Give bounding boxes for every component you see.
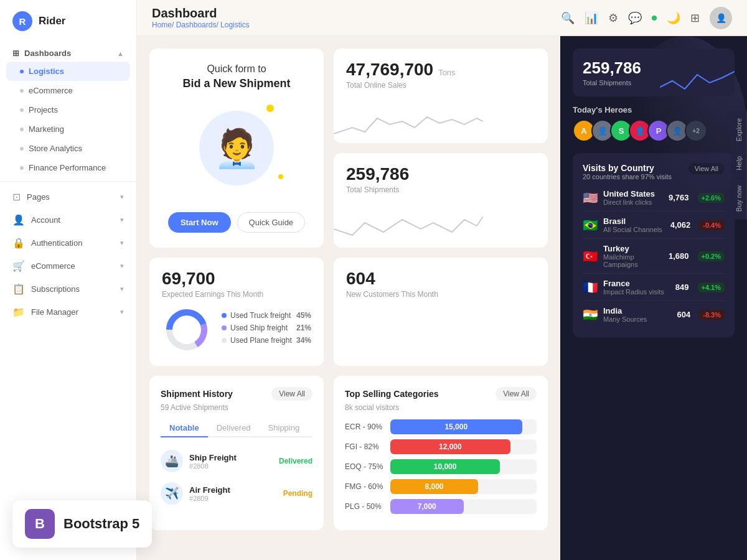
dashboards-icon: ⊞	[12, 49, 19, 58]
online-sales-chart	[334, 106, 483, 143]
illus-figure: 🧑‍💼	[214, 126, 260, 170]
sidebar-logo[interactable]: R Rider	[0, 0, 136, 42]
sidebar-item-authentication[interactable]: 🔒 Authentication ▾	[0, 231, 136, 254]
tab-delivered[interactable]: Delivered	[208, 419, 260, 437]
country-name: Turkey	[603, 244, 664, 253]
hero-avatar-more: +2	[685, 119, 707, 142]
sidebar-item-label: Finance Performance	[29, 163, 106, 172]
logo-icon: R	[12, 11, 32, 31]
sidebar-item-ecommerce-group[interactable]: 🛒 eCommerce ▾	[0, 254, 136, 278]
sidebar-item-label: Store Analytics	[29, 144, 82, 153]
bar-track: 7,000	[390, 499, 537, 514]
sidebar-item-finance[interactable]: Finance Performance	[0, 158, 136, 177]
shipment-history-view-all[interactable]: View All	[271, 387, 312, 401]
bar-fill: 10,000	[390, 459, 500, 474]
sidebar-item-projects[interactable]: Projects	[0, 100, 136, 119]
bar-fill: 8,000	[390, 479, 478, 494]
auth-icon: 🔒	[12, 237, 25, 249]
file-icon: 📁	[12, 306, 25, 318]
theme-toggle[interactable]: 🌙	[667, 11, 680, 25]
breadcrumb-home[interactable]: Home/	[152, 21, 176, 29]
bootstrap-badge: B Bootstrap 5	[12, 500, 152, 548]
country-visits: 9,763	[669, 193, 689, 202]
sidebar-item-store-analytics[interactable]: Store Analytics	[0, 139, 136, 158]
sidebar-item-file-manager[interactable]: 📁 File Manager ▾	[0, 301, 136, 324]
chart-icon[interactable]: 📊	[585, 11, 598, 25]
bar-label: PLG - 50%	[345, 502, 385, 511]
sidebar-item-account[interactable]: 👤 Account ▾	[0, 208, 136, 231]
country-source: All Social Channels	[603, 226, 665, 233]
subscriptions-icon: 📋	[12, 283, 25, 295]
country-flag: 🇹🇷	[583, 249, 598, 264]
ship-dot	[222, 325, 227, 330]
country-change: -8.3%	[699, 310, 725, 320]
ship-id: #2808	[189, 462, 273, 470]
side-tabs: Explore Help Buy now	[731, 111, 747, 219]
dashboards-section[interactable]: ⊞ Dashboards ▲	[0, 42, 136, 62]
chevron-down-icon: ▾	[120, 262, 124, 270]
categories-view-all[interactable]: View All	[496, 387, 537, 401]
sidebar: R Rider ⊞ Dashboards ▲ Logistics eCommer…	[0, 0, 137, 560]
active-dot	[20, 70, 24, 73]
country-source: Mailchimp Campaigns	[603, 253, 664, 268]
grid-icon[interactable]: ⊞	[690, 11, 700, 25]
country-source: Direct link clicks	[603, 198, 664, 206]
sidebar-item-logistics[interactable]: Logistics	[6, 62, 130, 81]
breadcrumb: Home/ Dashboards/ Logistics	[152, 21, 250, 29]
donut-section: Used Truck freight 45% Used Ship freight…	[162, 305, 311, 355]
bar-row: ECR - 90% 15,000	[345, 419, 537, 434]
bar-row: FGI - 82% 12,000	[345, 439, 537, 454]
shipment-item: 🚢 Ship Freight #2808 Delivered	[161, 445, 312, 477]
shipment-item-2: ✈️ Air Freight #2809 Pending	[161, 477, 312, 510]
left-panel: Quick form to Bid a New Shipment 🧑‍💼 Sta…	[137, 36, 560, 560]
sidebar-item-label: Marketing	[29, 124, 64, 134]
promo-buttons: Start Now Quick Guide	[168, 212, 305, 233]
bootstrap-icon: B	[25, 509, 55, 539]
sidebar-item-pages[interactable]: ⊡ Pages ▾	[0, 185, 136, 208]
avatar[interactable]: 👤	[710, 7, 732, 29]
country-row: 🇮🇳 India Many Sources 604 -8.3%	[583, 301, 725, 328]
shipment-history-title: Shipment History	[161, 389, 233, 399]
breadcrumb-dashboards[interactable]: Dashboards/	[176, 21, 220, 29]
tab-notable[interactable]: Notable	[161, 419, 208, 437]
online-sales-unit: Tons	[438, 68, 455, 77]
bar-row: EOQ - 75% 10,000	[345, 459, 537, 474]
plane-pct: 34%	[296, 336, 311, 345]
side-tab-buy-now[interactable]: Buy now	[731, 178, 747, 219]
ecommerce-group-label: eCommerce	[31, 261, 75, 271]
country-row: 🇺🇸 United States Direct link clicks 9,76…	[583, 184, 725, 212]
country-info: Brasil All Social Channels	[603, 217, 665, 233]
legend-plane: Used Plane freight 34%	[222, 336, 311, 345]
truck-label: Used Truck freight	[230, 311, 293, 320]
shipments-chart	[334, 210, 483, 248]
country-row: 🇹🇷 Turkey Mailchimp Campaigns 1,680 +0.2…	[583, 239, 725, 274]
side-tab-help[interactable]: Help	[731, 149, 747, 178]
legend-truck: Used Truck freight 45%	[222, 311, 311, 320]
sidebar-item-subscriptions[interactable]: 📋 Subscriptions ▾	[0, 278, 136, 301]
heroes-section: Today's Heroes A 👤 S 👤 P 👤 +2	[573, 105, 735, 142]
bootstrap-text: Bootstrap 5	[63, 516, 139, 532]
right-panel: 259,786 Total Shipments Today's Heroes A…	[560, 36, 747, 560]
quick-guide-button[interactable]: Quick Guide	[237, 212, 306, 233]
sidebar-item-marketing[interactable]: Marketing	[0, 119, 136, 139]
country-visits: 604	[677, 310, 691, 319]
country-visits-card: Visits by Country 20 countries share 97%…	[573, 153, 735, 338]
page-title: Dashboard	[152, 6, 250, 21]
country-view-all[interactable]: View All	[688, 163, 725, 174]
chat-icon[interactable]: 💬	[628, 11, 642, 25]
chevron-down-icon: ▾	[120, 285, 124, 293]
account-icon: 👤	[12, 214, 25, 226]
start-now-button[interactable]: Start Now	[168, 212, 231, 233]
shipments-label: Total Shipments	[346, 185, 535, 194]
country-source: Impact Radius visits	[603, 288, 670, 296]
settings-icon[interactable]: ⚙	[608, 11, 618, 25]
search-icon[interactable]: 🔍	[561, 11, 575, 25]
country-change: +4.1%	[698, 282, 725, 292]
tab-shipping[interactable]: Shipping	[260, 419, 309, 437]
stat-card-shipments: 259,786 Total Shipments	[334, 153, 548, 248]
chevron-down-icon: ▾	[120, 239, 124, 247]
earnings-value: 69,700	[162, 269, 215, 288]
sidebar-item-ecommerce[interactable]: eCommerce	[0, 81, 136, 100]
truck-dot	[222, 313, 227, 318]
side-tab-explore[interactable]: Explore	[731, 111, 747, 149]
